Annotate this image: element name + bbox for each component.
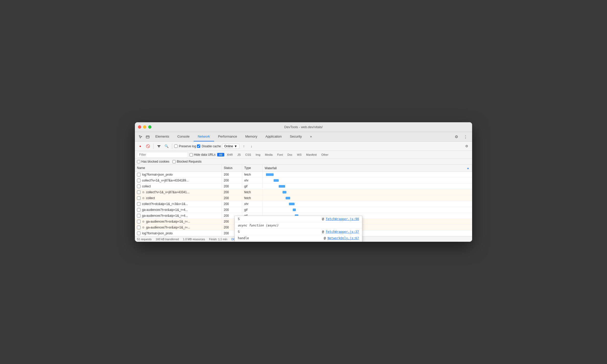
td-name: ⚙ collect?v=1&_v=j87&a=43341... <box>135 189 222 195</box>
devtools-window: DevTools - web.dev/vitals/ Elements Cons… <box>135 122 472 242</box>
row-select-checkbox[interactable] <box>137 185 141 188</box>
th-name[interactable]: Name <box>135 165 222 172</box>
td-status: 200 <box>222 178 242 183</box>
type-font[interactable]: Font <box>275 153 285 156</box>
titlebar: DevTools - web.dev/vitals/ <box>135 122 472 132</box>
table-row[interactable]: log?format=json_proto 200 fetch <box>135 172 472 178</box>
table-row[interactable]: ⚙ collect?v=1&_v=j87&a=43341... 200 fetc… <box>135 189 472 195</box>
upload-icon[interactable]: ↑ <box>240 143 247 150</box>
td-type: fetch <box>242 195 263 201</box>
tab-memory[interactable]: Memory <box>241 132 261 141</box>
tab-more[interactable]: » <box>306 132 316 141</box>
type-filter-buttons: All XHR JS CSS Img Media Font Doc WS Man… <box>217 153 331 156</box>
type-manifest[interactable]: Manifest <box>304 153 319 156</box>
type-img[interactable]: Img <box>254 153 262 156</box>
row-select-checkbox[interactable] <box>137 173 141 176</box>
callstack-link[interactable]: NetworkOnly.js:67 <box>328 236 359 240</box>
disable-cache-checkbox[interactable]: Disable cache <box>197 144 221 148</box>
chevron-down-icon: ▼ <box>234 144 237 148</box>
tab-security[interactable]: Security <box>286 132 306 141</box>
row-select-checkbox[interactable] <box>137 196 141 200</box>
inspect-icon[interactable] <box>137 133 144 140</box>
download-icon[interactable]: ↓ <box>248 143 255 150</box>
more-options-icon[interactable]: ⋮ <box>462 133 469 140</box>
th-waterfall[interactable]: Waterfall ▲ <box>263 165 472 172</box>
callstack-entry: async function (async) <box>235 222 362 229</box>
callstack-entry: S @ fetchWrapper.js:37 <box>235 229 362 235</box>
td-name: collect <box>135 184 222 189</box>
type-doc[interactable]: Doc <box>285 153 295 156</box>
row-select-checkbox[interactable] <box>137 214 141 217</box>
table-row[interactable]: ⚙ collect 200 fetch <box>135 195 472 201</box>
row-select-checkbox[interactable] <box>137 232 141 235</box>
td-name: ga-audiences?t=sr&aip=1&_r=4... <box>135 213 222 219</box>
tab-network[interactable]: Network <box>194 132 214 141</box>
filter-bar: Hide data URLs All XHR JS CSS Img Media … <box>135 151 472 159</box>
maximize-button[interactable] <box>148 125 151 129</box>
callstack-link[interactable]: fetchWrapper.js:37 <box>326 230 359 234</box>
clear-button[interactable]: 🚫 <box>145 143 151 150</box>
svg-rect-0 <box>146 136 149 138</box>
td-waterfall <box>263 202 472 206</box>
gear-row-icon: ⚙ <box>142 226 145 229</box>
window-title: DevTools - web.dev/vitals/ <box>284 125 323 129</box>
network-settings-icon[interactable]: ⚙ <box>463 143 470 150</box>
td-name: ⚙ collect <box>135 195 222 201</box>
td-type: gif <box>242 184 263 189</box>
throttle-select[interactable]: Online ▼ <box>222 144 240 149</box>
td-waterfall <box>263 208 472 212</box>
td-waterfall <box>263 196 472 200</box>
dock-icon[interactable] <box>144 133 151 140</box>
finish-time: Finish: 1.1 min <box>209 238 227 241</box>
td-waterfall <box>263 178 472 183</box>
type-js[interactable]: JS <box>235 153 243 156</box>
row-select-checkbox[interactable] <box>137 179 141 182</box>
record-button[interactable]: ● <box>137 143 144 150</box>
type-xhr[interactable]: XHR <box>225 153 235 156</box>
preserve-log-checkbox[interactable]: Preserve log <box>174 144 196 148</box>
tab-performance[interactable]: Performance <box>214 132 241 141</box>
row-select-checkbox[interactable] <box>137 226 141 229</box>
table-row[interactable]: ga-audiences?t=sr&aip=1&_r=4... 200 gif <box>135 207 472 213</box>
td-status: 200 <box>222 201 242 207</box>
tab-console[interactable]: Console <box>173 132 194 141</box>
callstack-link[interactable]: fetchWrapper.js:98 <box>326 217 359 221</box>
type-all[interactable]: All <box>217 153 224 156</box>
row-select-checkbox[interactable] <box>137 202 141 206</box>
row-select-checkbox[interactable] <box>137 208 141 212</box>
type-css[interactable]: CSS <box>243 153 253 156</box>
table-row[interactable]: collect 200 gif <box>135 184 472 189</box>
type-media[interactable]: Media <box>263 153 275 156</box>
has-blocked-cookies-checkbox[interactable] <box>137 160 140 163</box>
row-select-checkbox[interactable] <box>137 190 141 194</box>
td-type: fetch <box>242 172 263 177</box>
row-select-checkbox[interactable] <box>137 220 141 223</box>
tab-application[interactable]: Application <box>261 132 286 141</box>
th-status[interactable]: Status <box>222 165 242 172</box>
network-toolbar: ● 🚫 🔍 Preserve log Disable cache Online … <box>135 142 472 151</box>
filter-input[interactable] <box>137 152 188 157</box>
th-type[interactable]: Type <box>242 165 263 172</box>
callstack-entry: S @ fetchWrapper.js:98 <box>235 216 362 222</box>
table-row[interactable]: collect?v=1&_v=j87&a=4334189... 200 xhr <box>135 178 472 184</box>
hide-data-urls-checkbox[interactable]: Hide data URLs <box>190 153 216 156</box>
tab-elements[interactable]: Elements <box>151 132 173 141</box>
close-button[interactable] <box>138 125 141 129</box>
toolbar-icons: ⚙ ⋮ <box>453 133 470 140</box>
callstack-entry: handle @ NetworkOnly.js:67 <box>235 235 362 241</box>
td-status: 200 <box>222 207 242 213</box>
td-status: 200 <box>222 189 242 195</box>
blocked-requests-checkbox[interactable] <box>172 160 176 163</box>
minimize-button[interactable] <box>143 125 146 129</box>
table-row[interactable]: collect?t=dc&aip=1&_r=3&v=1&... 200 xhr <box>135 201 472 207</box>
blocked-requests-label[interactable]: Blocked Requests <box>172 160 202 163</box>
type-ws[interactable]: WS <box>295 153 304 156</box>
type-other[interactable]: Other <box>319 153 331 156</box>
filter-icon[interactable] <box>156 143 162 150</box>
td-name: ga-audiences?t=sr&aip=1&_r=4... <box>135 207 222 213</box>
td-name: collect?t=dc&aip=1&_r=3&v=1&... <box>135 201 222 207</box>
td-name: ⚙ ga-audiences?t=sr&aip=1&_r=... <box>135 219 222 224</box>
search-icon[interactable]: 🔍 <box>163 143 170 150</box>
has-blocked-cookies-label[interactable]: Has blocked cookies <box>137 160 169 163</box>
settings-icon[interactable]: ⚙ <box>453 133 460 140</box>
